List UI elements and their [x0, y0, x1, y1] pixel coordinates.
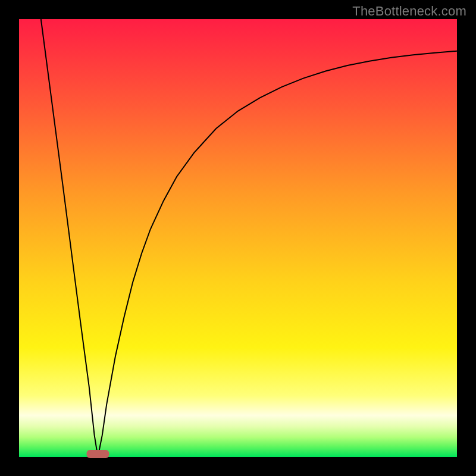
optimum-marker: [86, 450, 109, 458]
watermark-text: TheBottleneck.com: [352, 4, 466, 19]
bottleneck-chart: [0, 0, 476, 476]
plot-area: [19, 19, 457, 457]
chart-container: TheBottleneck.com: [0, 0, 476, 476]
